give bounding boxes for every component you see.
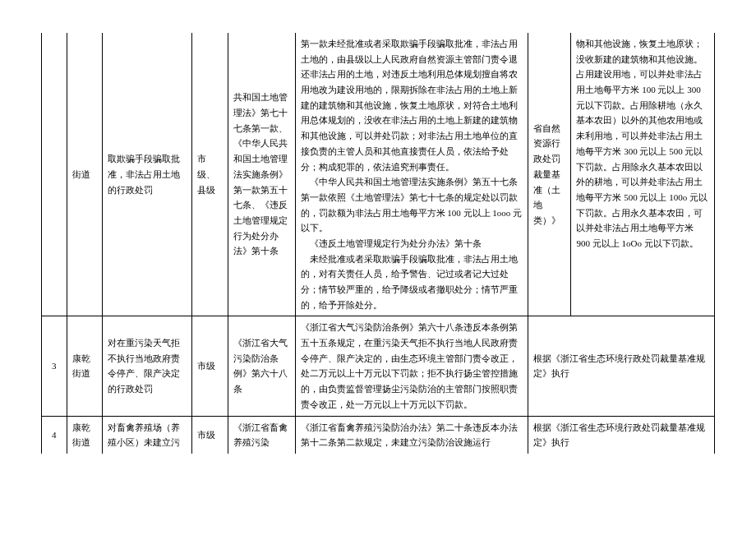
cell-level: 市级 (192, 316, 228, 416)
cell-law: 共和国土地管理法》第七十七条第一款、《中华人民共和国土地管理法实施条例》第一款第… (228, 33, 295, 316)
cell-level: 市级、县级 (192, 33, 228, 316)
table-row: 4 康乾街道 对畜禽养殖场（养殖小区）未建立污 市级 《浙江省畜禽养殖污染 《浙… (42, 416, 715, 454)
table-row: 3 康乾街道 对在重污染天气拒不执行当地政府责令停产、限产决定的行政处罚 市级 … (42, 316, 715, 416)
cell-dept: 康乾街道 (67, 316, 103, 416)
cell-org: 省自然资源行政处罚裁量基准（土地类）》 (528, 33, 571, 316)
cell-detail: 《浙江省畜禽养殖污染防治办法》第二十条违反本办法第十二条第二款规定，未建立污染防… (295, 416, 528, 454)
cell-std: 物和其他设施，恢复土地原状；没收新建的建筑物和其他设施。占用建设用地，可以并处非… (571, 33, 715, 316)
regulation-table: 街道 取欺骗手段骗取批准，非法占用土地的行政处罚 市级、县级 共和国土地管理法》… (41, 33, 715, 454)
cell-dept: 康乾街道 (67, 416, 103, 454)
table-row: 街道 取欺骗手段骗取批准，非法占用土地的行政处罚 市级、县级 共和国土地管理法》… (42, 33, 715, 316)
cell-law: 《浙江省大气污染防治条例》第六十八条 (228, 316, 295, 416)
cell-num: 3 (42, 316, 67, 416)
cell-num (42, 33, 67, 316)
cell-matter: 对在重污染天气拒不执行当地政府责令停产、限产决定的行政处罚 (103, 316, 192, 416)
cell-law: 《浙江省畜禽养殖污染 (228, 416, 295, 454)
cell-org: 根据《浙江省生态环境行政处罚裁量基准规定》执行 (528, 316, 715, 416)
cell-matter: 取欺骗手段骗取批准，非法占用土地的行政处罚 (103, 33, 192, 316)
cell-detail: 《浙江省大气污染防治条例》第六十八条违反本条例第五十五条规定，在重污染天气拒不执… (295, 316, 528, 416)
cell-org: 根据《浙江省生态环境行政处罚裁量基准规定》执行 (528, 416, 715, 454)
cell-detail: 第一款未经批准或者采取欺骗手段骗取批准，非法占用土地的，由县级以上人民政府自然资… (295, 33, 528, 316)
cell-dept: 街道 (67, 33, 103, 316)
cell-num: 4 (42, 416, 67, 454)
cell-level: 市级 (192, 416, 228, 454)
cell-matter: 对畜禽养殖场（养殖小区）未建立污 (103, 416, 192, 454)
